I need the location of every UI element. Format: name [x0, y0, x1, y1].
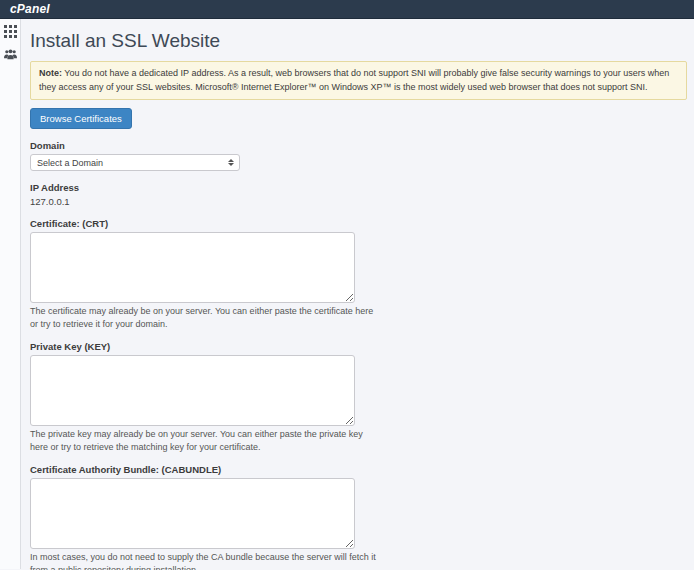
ca-bundle-textarea[interactable]	[30, 478, 355, 549]
private-key-label: Private Key (KEY)	[30, 341, 687, 352]
private-key-textarea[interactable]	[30, 355, 355, 426]
ca-bundle-help-text: In most cases, you do not need to supply…	[30, 551, 382, 570]
certificate-help-text: The certificate may already be on your s…	[30, 305, 382, 330]
notice-prefix: Note:	[39, 68, 62, 78]
cpanel-logo: cPanel	[10, 2, 50, 16]
browse-certificates-button[interactable]: Browse Certificates	[30, 108, 132, 129]
users-group-icon[interactable]	[4, 48, 17, 61]
domain-select-value: Select a Domain	[37, 158, 103, 168]
ip-address-value: 127.0.0.1	[30, 196, 687, 207]
left-icon-sidebar	[0, 19, 21, 569]
domain-label: Domain	[30, 140, 687, 151]
notice-text: You do not have a dedicated IP address. …	[39, 68, 669, 92]
private-key-help-text: The private key may already be on your s…	[30, 428, 382, 453]
certificate-textarea[interactable]	[30, 232, 355, 303]
domain-select[interactable]: Select a Domain	[30, 154, 240, 171]
main-content: Install an SSL Website Note: You do not …	[21, 19, 694, 569]
ca-bundle-label: Certificate Authority Bundle: (CABUNDLE)	[30, 464, 687, 475]
page-title: Install an SSL Website	[30, 30, 687, 52]
certificate-label: Certificate: (CRT)	[30, 218, 687, 229]
top-header-bar: cPanel	[0, 0, 694, 19]
select-stepper-icon	[228, 159, 234, 166]
sni-warning-notice: Note: You do not have a dedicated IP add…	[30, 61, 687, 100]
ip-address-label: IP Address	[30, 182, 687, 193]
apps-grid-icon[interactable]	[4, 25, 17, 38]
